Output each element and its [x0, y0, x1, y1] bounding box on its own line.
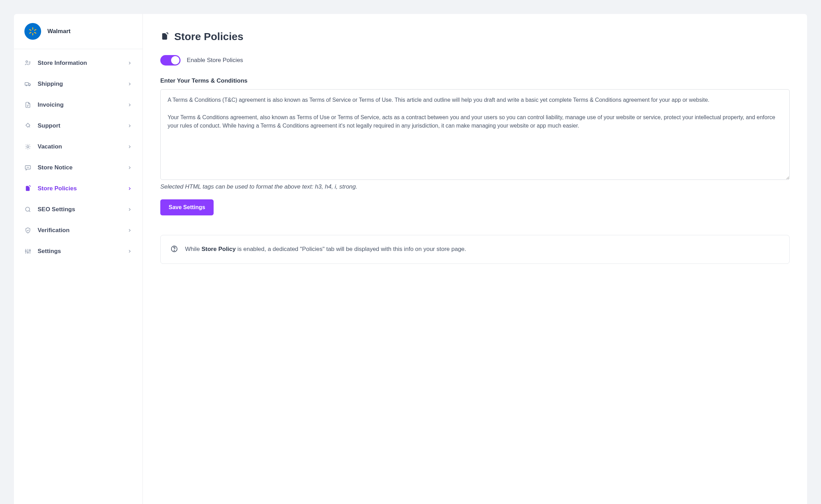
svg-point-13 [25, 251, 26, 252]
save-settings-button[interactable]: Save Settings [160, 199, 214, 215]
chevron-right-icon [127, 186, 132, 191]
sidebar-item-label: Vacation [38, 143, 62, 150]
truck-icon [24, 81, 31, 87]
sidebar-item-settings[interactable]: Settings [14, 241, 143, 262]
chevron-right-icon [127, 144, 132, 149]
textarea-hint: Selected HTML tags can be used to format… [160, 183, 790, 190]
enable-toggle-row: Enable Store Policies [160, 55, 790, 66]
svg-point-17 [174, 250, 174, 251]
svg-point-9 [29, 85, 30, 86]
user-card-icon [24, 60, 31, 67]
notice-suffix: is enabled, a dedicated "Policies" tab w… [236, 246, 466, 252]
svg-point-15 [29, 250, 30, 251]
toggle-label: Enable Store Policies [187, 57, 243, 64]
sidebar-item-store-policies[interactable]: Store Policies [14, 178, 143, 199]
svg-point-14 [27, 252, 28, 253]
chevron-right-icon [127, 61, 132, 66]
sidebar-item-verification[interactable]: Verification [14, 220, 143, 241]
svg-rect-7 [25, 83, 29, 85]
document-icon [24, 101, 31, 108]
policy-files-icon [24, 185, 31, 192]
sidebar-item-store-information[interactable]: Store Information [14, 53, 143, 74]
svg-rect-4 [29, 29, 31, 31]
chat-icon [24, 164, 31, 171]
sidebar-item-label: Shipping [38, 81, 63, 87]
sidebar-item-label: Store Information [38, 60, 87, 67]
svg-rect-0 [32, 27, 33, 30]
svg-point-6 [26, 61, 28, 62]
policy-files-icon [160, 32, 169, 41]
enable-store-policies-toggle[interactable] [160, 55, 181, 66]
sidebar-item-shipping[interactable]: Shipping [14, 74, 143, 94]
shield-check-icon [24, 227, 31, 234]
svg-rect-1 [32, 33, 33, 36]
chevron-right-icon [127, 207, 132, 212]
walmart-spark-icon [28, 26, 38, 36]
sidebar-item-label: SEO Settings [38, 206, 75, 213]
sidebar-item-invoicing[interactable]: Invoicing [14, 94, 143, 115]
sidebar-item-seo-settings[interactable]: SEO Settings [14, 199, 143, 220]
help-circle-icon [170, 245, 178, 253]
notice-prefix: While [185, 246, 201, 252]
chevron-right-icon [127, 102, 132, 107]
terms-textarea[interactable] [160, 89, 790, 180]
sidebar-item-vacation[interactable]: Vacation [14, 136, 143, 157]
notice-bold: Store Policy [201, 246, 236, 252]
svg-point-12 [25, 207, 30, 211]
info-notice-text: While Store Policy is enabled, a dedicat… [185, 244, 466, 254]
diamond-tag-icon [24, 122, 31, 129]
sidebar-item-label: Store Notice [38, 164, 72, 171]
svg-point-8 [26, 85, 27, 86]
sun-icon [24, 143, 31, 150]
chevron-right-icon [127, 165, 132, 170]
sliders-icon [24, 248, 31, 255]
main-content: Store Policies Enable Store Policies Ent… [143, 14, 807, 504]
svg-rect-3 [29, 32, 31, 34]
sidebar-item-label: Settings [38, 248, 61, 255]
sidebar-item-label: Verification [38, 227, 70, 234]
info-notice: While Store Policy is enabled, a dedicat… [160, 235, 790, 264]
sidebar-item-label: Store Policies [38, 185, 77, 192]
chevron-right-icon [127, 249, 132, 254]
store-avatar [24, 23, 41, 40]
svg-point-10 [27, 146, 29, 148]
svg-rect-5 [34, 32, 36, 34]
terms-textarea-label: Enter Your Terms & Conditions [160, 77, 790, 84]
svg-rect-2 [34, 29, 36, 31]
sidebar-item-label: Invoicing [38, 101, 64, 108]
chevron-right-icon [127, 82, 132, 86]
sidebar-item-store-notice[interactable]: Store Notice [14, 157, 143, 178]
page-title-row: Store Policies [160, 31, 790, 43]
page-title: Store Policies [174, 31, 243, 43]
sidebar-header: Walmart [14, 14, 143, 49]
chevron-right-icon [127, 123, 132, 128]
toggle-knob [171, 56, 179, 64]
sidebar-item-support[interactable]: Support [14, 115, 143, 136]
sidebar-item-label: Support [38, 122, 60, 129]
sidebar: Walmart Store Information [14, 14, 143, 504]
chevron-right-icon [127, 228, 132, 233]
search-icon [24, 206, 31, 213]
sidebar-nav: Store Information Shipping [14, 49, 143, 265]
store-name: Walmart [47, 28, 70, 35]
